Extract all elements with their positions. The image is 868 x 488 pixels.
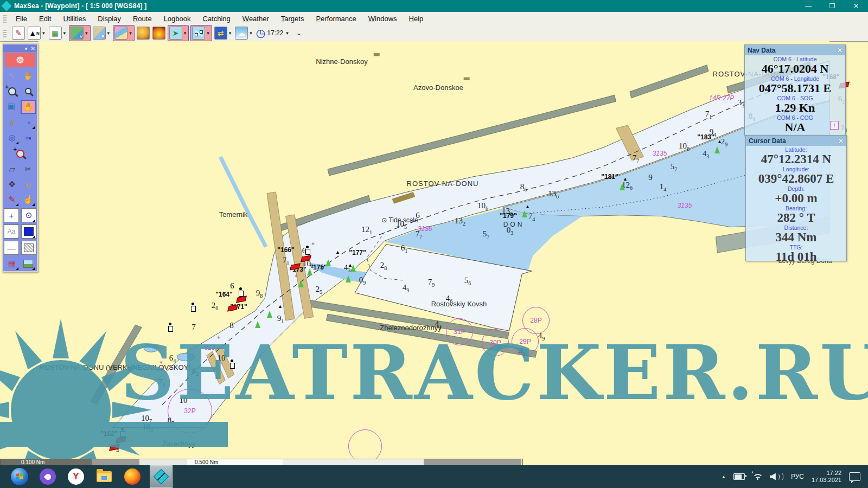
zoom-out-button[interactable] xyxy=(21,85,35,98)
menu-item-help[interactable]: Help xyxy=(403,14,430,24)
color-swatch-button[interactable] xyxy=(21,224,36,239)
nav-data-close-button[interactable]: ✕ xyxy=(837,47,843,54)
dropdown-arrow[interactable]: ▾ xyxy=(62,30,67,36)
own-ship-button[interactable]: ➤▾ xyxy=(168,25,189,41)
palette-collapse-button[interactable]: ▾ xyxy=(25,46,28,52)
draw-tool-button[interactable]: ✎ xyxy=(11,26,25,40)
draw-tool-icon: ✎ xyxy=(12,27,25,40)
clock-icon: ◷ xyxy=(256,27,265,40)
orientation-north-button[interactable]: ▲N▾ xyxy=(27,26,47,40)
action-center-icon[interactable] xyxy=(849,472,860,481)
depth-contour-button[interactable] xyxy=(136,26,150,40)
notes-smiley-button[interactable]: ☺ xyxy=(21,178,35,191)
sst-shading-button[interactable] xyxy=(152,26,166,40)
chart-canvas[interactable]: Nizhne-DonskoyAzovo-DonskoeROSTOV-NA-DON… xyxy=(0,41,868,465)
circle-tool-button[interactable]: ⊙ xyxy=(21,208,36,222)
grid-display-button[interactable]: ▦▾ xyxy=(48,26,68,40)
route-edit-button[interactable]: ▫▪ xyxy=(21,131,35,144)
menu-item-performance[interactable]: Performance xyxy=(310,14,362,24)
compass-button[interactable]: ◔ xyxy=(21,116,35,129)
palette-close-button[interactable]: ✕ xyxy=(31,46,35,52)
chart-letter: V xyxy=(80,34,82,39)
battery-icon[interactable] xyxy=(733,473,745,480)
dropdown-arrow[interactable]: ▾ xyxy=(206,30,210,36)
polygon-tool-button[interactable]: ▱ xyxy=(5,163,19,176)
taskbar-clock[interactable]: 17:22 17.03.2021 xyxy=(812,470,841,484)
dropdown-arrow[interactable]: ▾ xyxy=(228,30,233,36)
dropdown-arrow[interactable]: ▾ xyxy=(106,30,111,36)
line-style-button[interactable]: — xyxy=(4,241,19,255)
vector-chart-button[interactable]: V▾ xyxy=(69,25,91,41)
nav-data-panel[interactable]: Nav Data ✕ COM 6 - Latitude46°17.0204 NC… xyxy=(744,44,846,136)
calendar-tool-button[interactable]: ▦ xyxy=(5,257,19,270)
menu-grip[interactable] xyxy=(3,14,7,23)
taskbar: Y ▲ * РУС 17:22 17.03.2021 xyxy=(0,465,868,488)
menu-item-logbook[interactable]: Logbook xyxy=(158,14,197,24)
orientation-north-icon: ▲N xyxy=(28,27,41,40)
photo-tool-button[interactable] xyxy=(21,257,35,270)
menu-item-targets[interactable]: Targets xyxy=(275,14,310,24)
target-transfer-button[interactable]: ⇄▾ xyxy=(214,26,233,40)
select-hand-button[interactable]: ☝ xyxy=(21,193,35,206)
start-button[interactable] xyxy=(9,466,30,487)
chart-overview-button[interactable]: ▣ xyxy=(4,100,18,113)
chart-library-button[interactable]: ▾ xyxy=(113,25,135,41)
taskbar-date: 17.03.2021 xyxy=(812,477,841,484)
minimize-button[interactable]: — xyxy=(796,0,820,12)
dropdown-arrow[interactable]: ▾ xyxy=(128,30,133,36)
menu-item-file[interactable]: File xyxy=(10,14,33,24)
taskbar-app-yandex-disk[interactable] xyxy=(37,466,59,487)
pan-hand-button[interactable]: ✋ xyxy=(21,100,36,114)
menu-item-edit[interactable]: Edit xyxy=(33,14,57,24)
range-rings-button[interactable]: ◎ xyxy=(5,131,19,144)
nav-data-title: Nav Data xyxy=(748,47,775,54)
scissors-button[interactable]: ✂ xyxy=(21,163,35,176)
fill-pattern-button[interactable] xyxy=(21,241,36,255)
text-tool-button[interactable]: Aa xyxy=(4,224,19,239)
crosshair-tool-button[interactable]: + xyxy=(4,208,19,222)
menu-item-display[interactable]: Display xyxy=(92,14,127,24)
cursor-data-close-button[interactable]: ✕ xyxy=(838,137,844,145)
maximize-button[interactable]: ❐ xyxy=(820,0,844,12)
dropdown-arrow[interactable]: ▾ xyxy=(285,30,290,36)
raster-chart-button[interactable]: R▾ xyxy=(92,26,112,40)
menu-item-weather[interactable]: Weather xyxy=(237,14,275,24)
route-plan-icon xyxy=(192,27,205,40)
dropdown-arrow[interactable]: ▾ xyxy=(183,30,188,36)
dropdown-arrow[interactable]: ▾ xyxy=(84,30,89,36)
dividers-button[interactable]: ∧ xyxy=(5,116,19,129)
pencil-tool-button[interactable]: ✎ xyxy=(5,193,19,206)
cursor-depth-value: +0.00 m xyxy=(746,192,846,204)
toolbar-grip[interactable] xyxy=(3,29,7,37)
hidden-icons-button[interactable]: ▲ xyxy=(722,474,726,479)
dropdown-arrow[interactable]: ▾ xyxy=(41,30,46,36)
zoom-area-button[interactable]: + xyxy=(5,146,35,160)
menu-item-route[interactable]: Route xyxy=(127,14,158,24)
man-overboard-button[interactable]: ☸ xyxy=(5,53,35,67)
close-button[interactable]: ✕ xyxy=(844,0,868,12)
menu-item-windows[interactable]: Windows xyxy=(362,14,403,24)
taskbar-app-maxsea-active[interactable] xyxy=(150,465,173,488)
volume-icon[interactable] xyxy=(770,473,783,480)
toolbar-overflow-button[interactable]: ⌄ xyxy=(295,29,303,37)
cursor-data-panel[interactable]: Cursor Data ✕ Latitude:47°12.2314 NLongi… xyxy=(745,135,847,261)
draw-disabled-button: ✎ xyxy=(5,69,19,82)
taskbar-app-yandex-browser[interactable]: Y xyxy=(65,466,87,487)
dropdown-arrow[interactable]: ▾ xyxy=(248,30,253,36)
clock-button[interactable]: ◷17:22▾ xyxy=(256,26,290,40)
language-indicator[interactable]: РУС xyxy=(791,473,804,480)
info-icon[interactable]: i xyxy=(830,121,839,130)
route-plan-button[interactable]: ▾ xyxy=(190,25,212,41)
target-transfer-icon: ⇄ xyxy=(214,27,227,40)
wifi-icon[interactable]: * xyxy=(752,473,762,480)
scale-bar: 0.100 Nm 0.500 Nm xyxy=(0,459,523,465)
grid-display-icon: ▦ xyxy=(49,27,62,40)
menu-item-catching[interactable]: Catching xyxy=(197,14,237,24)
taskbar-app-firefox[interactable] xyxy=(122,466,143,487)
zoom-in-button[interactable]: + xyxy=(5,85,19,98)
weather-display-button[interactable]: ☁▾ xyxy=(234,26,254,40)
file-explorer-icon xyxy=(97,471,112,482)
menu-item-utilities[interactable]: Utilities xyxy=(57,14,92,24)
move-tool-button[interactable]: ✥ xyxy=(5,178,19,191)
taskbar-app-file-explorer[interactable] xyxy=(93,466,115,487)
